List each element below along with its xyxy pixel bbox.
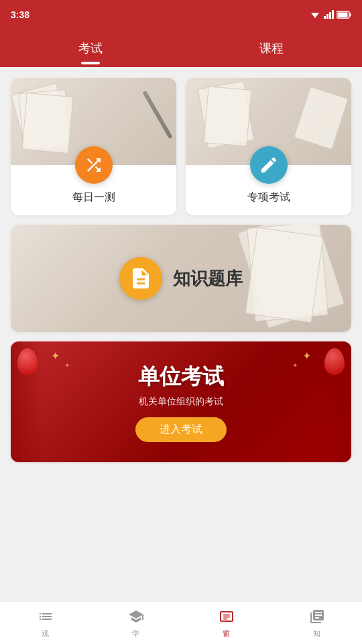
- pen-deco: [142, 91, 172, 139]
- star-deco-4: ✦: [292, 362, 298, 369]
- tab-course-label: 课程: [259, 40, 284, 56]
- nav-learn[interactable]: 学: [90, 602, 181, 644]
- star-deco-3: ✦: [302, 350, 311, 362]
- svg-rect-8: [223, 614, 230, 616]
- svg-rect-2: [326, 14, 328, 19]
- daily-test-title: 每日一测: [72, 191, 115, 205]
- books-icon: [309, 608, 325, 625]
- status-icons: [310, 10, 351, 19]
- main-content: 每日一测 专项考试: [0, 67, 362, 601]
- nav-exam-label: 窗: [223, 629, 230, 639]
- card-special-exam[interactable]: 专项考试: [186, 78, 351, 215]
- bottom-navigation: 观 学 窗 知: [0, 601, 362, 644]
- tab-course[interactable]: 课程: [181, 30, 362, 67]
- special-icon-circle: [250, 146, 288, 184]
- knowledge-bg: 知识题库: [11, 225, 351, 332]
- enter-exam-button[interactable]: 进入考试: [135, 417, 227, 442]
- card-daily-test[interactable]: 每日一测: [11, 78, 176, 215]
- wifi-icon: [310, 10, 320, 19]
- overview-icon: [36, 607, 55, 626]
- knowledge-title: 知识题库: [173, 267, 243, 290]
- balloon-left-deco: [17, 348, 38, 375]
- svg-rect-7: [338, 13, 348, 17]
- special-exam-title: 专项考试: [247, 191, 290, 205]
- exam-center-icon: [217, 607, 236, 626]
- time-display: 3:38: [11, 9, 29, 20]
- paper-deco-3: [21, 93, 73, 154]
- nav-overview[interactable]: 观: [0, 602, 90, 644]
- unit-exam-subtitle: 机关单位组织的考试: [139, 396, 223, 408]
- tab-exam-label: 考试: [78, 40, 103, 56]
- star-deco-2: ✦: [64, 362, 70, 369]
- nav-exam-center[interactable]: 窗: [181, 602, 272, 644]
- star-deco-1: ✦: [51, 350, 60, 362]
- svg-rect-1: [324, 16, 326, 19]
- battery-icon: [337, 11, 351, 19]
- svg-rect-6: [350, 13, 351, 17]
- tab-exam[interactable]: 考试: [0, 30, 181, 67]
- nav-knowledge[interactable]: 知: [272, 602, 362, 644]
- overview-list-icon: [38, 608, 54, 625]
- status-bar: 3:38: [0, 0, 362, 30]
- nav-learn-label: 学: [132, 629, 139, 639]
- edit-pen-icon: [259, 155, 279, 175]
- nav-overview-label: 观: [42, 629, 49, 639]
- svg-rect-4: [332, 10, 334, 19]
- daily-icon-circle: [75, 146, 113, 184]
- svg-marker-0: [311, 13, 319, 18]
- knowledge-icon-circle: [119, 257, 162, 300]
- balloon-right-deco: [324, 348, 345, 375]
- exam-window-icon: [219, 608, 235, 625]
- svg-rect-10: [223, 619, 227, 620]
- tab-active-indicator: [81, 62, 100, 64]
- signal-icon: [323, 10, 334, 19]
- knowledge-nav-icon: [308, 607, 326, 626]
- card-unit-exam[interactable]: ✦ ✦ ✦ ✦ 单位考试 机关单位组织的考试 进入考试: [11, 341, 351, 462]
- svg-rect-9: [223, 616, 230, 618]
- header-tabs: 考试 课程: [0, 30, 362, 67]
- learn-icon: [127, 607, 145, 626]
- paper-deco-5: [203, 86, 251, 146]
- unit-exam-title: 单位考试: [138, 362, 224, 392]
- cards-row-top: 每日一测 专项考试: [11, 78, 351, 215]
- shuffle-icon: [84, 155, 104, 175]
- paper-deco-6: [294, 87, 349, 150]
- knowledge-paper-3: [245, 227, 323, 323]
- knowledge-content: 知识题库: [119, 257, 243, 300]
- nav-knowledge-label: 知: [313, 629, 320, 639]
- graduation-icon: [128, 608, 144, 625]
- document-icon: [129, 266, 153, 290]
- card-knowledge-bank[interactable]: 知识题库: [11, 225, 351, 332]
- svg-rect-3: [329, 12, 331, 19]
- status-time: 3:38: [11, 9, 29, 20]
